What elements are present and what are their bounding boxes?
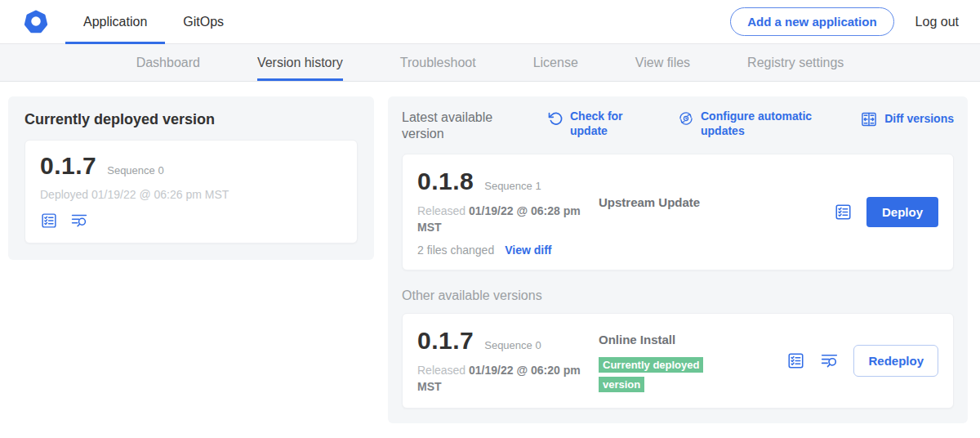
preflight-checklist-icon[interactable] [834, 203, 853, 221]
latest-version-source: Upstream Update [599, 195, 834, 209]
deployed-version-card: 0.1.7 Sequence 0 Deployed 01/19/22 @ 06:… [24, 140, 358, 244]
refresh-icon [547, 110, 564, 127]
check-for-update-link[interactable]: Check for update [547, 110, 635, 138]
subnav-item-license[interactable]: License [533, 44, 578, 81]
other-version-card: 0.1.7 Sequence 0 Released 01/19/22 @ 06:… [402, 313, 954, 409]
configure-automatic-updates-link[interactable]: Configure automatic updates [678, 110, 819, 138]
check-for-update-label: Check for update [570, 110, 635, 138]
version-history-page: Currently deployed version 0.1.7 Sequenc… [0, 82, 980, 423]
preflight-checklist-icon[interactable] [786, 351, 805, 370]
subnav-item-troubleshoot[interactable]: Troubleshoot [400, 44, 476, 81]
available-versions-panel: Latest available version Check for updat… [388, 96, 968, 423]
subnav-item-version-history[interactable]: Version history [257, 44, 343, 81]
deploy-logs-icon[interactable] [69, 212, 89, 230]
app-logo-icon [23, 9, 49, 35]
deployed-version-number: 0.1.7 [40, 152, 96, 180]
subnav-item-view-files[interactable]: View files [635, 44, 690, 81]
diff-versions-link[interactable]: Diff versions [860, 110, 954, 128]
app-sub-nav: Dashboard Version history Troubleshoot L… [0, 44, 980, 82]
latest-version-number: 0.1.8 [417, 168, 474, 195]
currently-deployed-badge: Currently deployed version [599, 357, 703, 392]
top-nav-right: Add a new application Log out [730, 7, 959, 36]
other-sequence-label: Sequence 0 [484, 339, 541, 351]
deploy-button[interactable]: Deploy [866, 197, 938, 227]
add-new-application-button[interactable]: Add a new application [730, 7, 893, 36]
logout-link[interactable]: Log out [915, 15, 959, 29]
files-changed-label: 2 files changed [417, 244, 494, 257]
other-released-timestamp: Released 01/19/22 @ 06:20 pm MST [417, 362, 590, 396]
redeploy-button[interactable]: Redeploy [853, 345, 938, 377]
view-diff-link[interactable]: View diff [505, 244, 551, 257]
deploy-logs-icon[interactable] [819, 351, 840, 370]
subnav-item-registry-settings[interactable]: Registry settings [747, 44, 844, 81]
latest-available-title: Latest available version [402, 110, 524, 142]
deployed-sequence-label: Sequence 0 [107, 164, 163, 177]
diff-icon [860, 110, 878, 128]
latest-released-timestamp: Released 01/19/22 @ 06:28 pm MST [417, 203, 590, 236]
preflight-checklist-icon[interactable] [40, 212, 58, 230]
top-nav: Application GitOps Add a new application… [0, 0, 980, 44]
other-version-source: Online Install [599, 333, 786, 346]
currently-deployed-panel: Currently deployed version 0.1.7 Sequenc… [8, 96, 374, 260]
latest-version-card: 0.1.8 Sequence 1 Released 01/19/22 @ 06:… [402, 154, 954, 270]
diff-versions-label: Diff versions [884, 112, 954, 127]
tab-gitops[interactable]: GitOps [165, 0, 242, 44]
configure-automatic-updates-label: Configure automatic updates [701, 110, 819, 138]
currently-deployed-title: Currently deployed version [24, 111, 358, 128]
other-available-versions-title: Other available versions [402, 288, 954, 303]
deployed-timestamp: Deployed 01/19/22 @ 06:26 pm MST [40, 188, 342, 201]
subnav-item-dashboard[interactable]: Dashboard [136, 44, 200, 81]
clock-refresh-icon [678, 110, 694, 127]
tab-application[interactable]: Application [65, 0, 165, 44]
latest-sequence-label: Sequence 1 [484, 180, 541, 192]
other-version-number: 0.1.7 [417, 327, 474, 355]
